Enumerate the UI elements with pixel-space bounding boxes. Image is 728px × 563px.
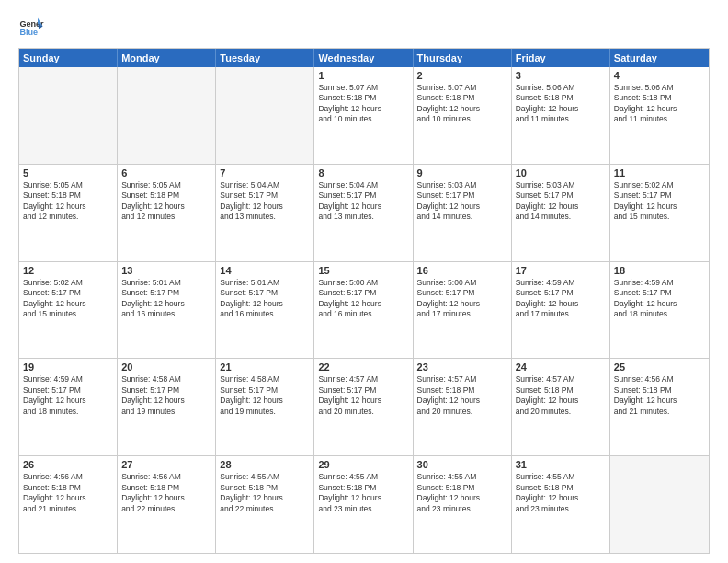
cal-cell: 14Sunrise: 5:01 AM Sunset: 5:17 PM Dayli… [216, 262, 314, 359]
day-number: 21 [220, 362, 310, 373]
day-number: 2 [417, 70, 507, 81]
cell-info: Sunrise: 4:57 AM Sunset: 5:18 PM Dayligh… [516, 374, 606, 417]
cell-info: Sunrise: 4:59 AM Sunset: 5:17 PM Dayligh… [516, 278, 606, 320]
day-number: 17 [516, 265, 606, 276]
header-day-monday: Monday [118, 49, 216, 67]
header-day-friday: Friday [512, 49, 610, 67]
day-number: 11 [614, 167, 705, 178]
cell-info: Sunrise: 4:56 AM Sunset: 5:18 PM Dayligh… [121, 472, 211, 514]
cal-cell: 27Sunrise: 4:56 AM Sunset: 5:18 PM Dayli… [118, 456, 216, 553]
week-row-4: 19Sunrise: 4:59 AM Sunset: 5:17 PM Dayli… [19, 359, 709, 456]
calendar-header: SundayMondayTuesdayWednesdayThursdayFrid… [19, 49, 709, 67]
day-number: 22 [318, 362, 408, 373]
cal-cell: 13Sunrise: 5:01 AM Sunset: 5:17 PM Dayli… [118, 262, 216, 359]
calendar: SundayMondayTuesdayWednesdayThursdayFrid… [18, 48, 710, 554]
cal-cell: 3Sunrise: 5:06 AM Sunset: 5:18 PM Daylig… [512, 67, 610, 164]
cal-cell: 17Sunrise: 4:59 AM Sunset: 5:17 PM Dayli… [512, 262, 610, 359]
cell-info: Sunrise: 5:00 AM Sunset: 5:17 PM Dayligh… [417, 278, 507, 320]
day-number: 28 [220, 459, 310, 470]
cell-info: Sunrise: 4:58 AM Sunset: 5:17 PM Dayligh… [220, 374, 310, 417]
day-number: 4 [614, 70, 705, 81]
svg-text:Blue: Blue [19, 28, 38, 37]
cell-info: Sunrise: 4:59 AM Sunset: 5:17 PM Dayligh… [614, 278, 705, 320]
day-number: 20 [121, 362, 211, 373]
cell-info: Sunrise: 5:06 AM Sunset: 5:18 PM Dayligh… [516, 83, 606, 125]
header-day-wednesday: Wednesday [314, 49, 413, 67]
week-row-2: 5Sunrise: 5:05 AM Sunset: 5:18 PM Daylig… [19, 165, 709, 262]
header-day-tuesday: Tuesday [216, 49, 314, 67]
day-number: 29 [318, 459, 408, 470]
cell-info: Sunrise: 5:03 AM Sunset: 5:17 PM Dayligh… [417, 180, 507, 223]
day-number: 12 [23, 265, 113, 276]
header: General Blue [18, 15, 710, 40]
cell-info: Sunrise: 5:02 AM Sunset: 5:17 PM Dayligh… [23, 278, 113, 320]
cell-info: Sunrise: 5:07 AM Sunset: 5:18 PM Dayligh… [417, 83, 507, 125]
day-number: 27 [121, 459, 211, 470]
header-day-sunday: Sunday [19, 49, 118, 67]
day-number: 8 [318, 167, 408, 178]
cell-info: Sunrise: 4:56 AM Sunset: 5:18 PM Dayligh… [23, 472, 113, 514]
day-number: 30 [417, 459, 507, 470]
logo: General Blue [18, 15, 44, 40]
cell-info: Sunrise: 5:05 AM Sunset: 5:18 PM Dayligh… [23, 180, 113, 223]
day-number: 1 [318, 70, 408, 81]
cell-info: Sunrise: 5:00 AM Sunset: 5:17 PM Dayligh… [318, 278, 408, 320]
day-number: 19 [23, 362, 113, 373]
day-number: 16 [417, 265, 507, 276]
cal-cell: 6Sunrise: 5:05 AM Sunset: 5:18 PM Daylig… [118, 165, 216, 261]
cal-cell: 22Sunrise: 4:57 AM Sunset: 5:17 PM Dayli… [314, 359, 413, 455]
cal-cell [216, 67, 314, 164]
cal-cell: 24Sunrise: 4:57 AM Sunset: 5:18 PM Dayli… [512, 359, 610, 455]
cal-cell: 9Sunrise: 5:03 AM Sunset: 5:17 PM Daylig… [414, 165, 512, 261]
day-number: 13 [121, 265, 211, 276]
day-number: 26 [23, 459, 113, 470]
cell-info: Sunrise: 4:57 AM Sunset: 5:18 PM Dayligh… [417, 374, 507, 417]
cell-info: Sunrise: 5:02 AM Sunset: 5:17 PM Dayligh… [614, 180, 705, 223]
cal-cell: 25Sunrise: 4:56 AM Sunset: 5:18 PM Dayli… [610, 359, 709, 455]
cell-info: Sunrise: 5:07 AM Sunset: 5:18 PM Dayligh… [318, 83, 408, 125]
header-day-thursday: Thursday [414, 49, 512, 67]
cal-cell: 26Sunrise: 4:56 AM Sunset: 5:18 PM Dayli… [19, 456, 118, 553]
cell-info: Sunrise: 4:57 AM Sunset: 5:17 PM Dayligh… [318, 374, 408, 417]
day-number: 3 [516, 70, 606, 81]
cell-info: Sunrise: 5:06 AM Sunset: 5:18 PM Dayligh… [614, 83, 705, 125]
cal-cell: 20Sunrise: 4:58 AM Sunset: 5:17 PM Dayli… [118, 359, 216, 455]
cal-cell [19, 67, 118, 164]
cell-info: Sunrise: 5:03 AM Sunset: 5:17 PM Dayligh… [516, 180, 606, 223]
cal-cell: 12Sunrise: 5:02 AM Sunset: 5:17 PM Dayli… [19, 262, 118, 359]
cell-info: Sunrise: 5:04 AM Sunset: 5:17 PM Dayligh… [318, 180, 408, 223]
cal-cell: 2Sunrise: 5:07 AM Sunset: 5:18 PM Daylig… [414, 67, 512, 164]
cal-cell [118, 67, 216, 164]
day-number: 24 [516, 362, 606, 373]
week-row-1: 1Sunrise: 5:07 AM Sunset: 5:18 PM Daylig… [19, 67, 709, 165]
cal-cell: 31Sunrise: 4:55 AM Sunset: 5:18 PM Dayli… [512, 456, 610, 553]
day-number: 7 [220, 167, 310, 178]
cal-cell: 11Sunrise: 5:02 AM Sunset: 5:17 PM Dayli… [610, 165, 709, 261]
cell-info: Sunrise: 4:55 AM Sunset: 5:18 PM Dayligh… [516, 472, 606, 514]
cal-cell: 28Sunrise: 4:55 AM Sunset: 5:18 PM Dayli… [216, 456, 314, 553]
cell-info: Sunrise: 4:55 AM Sunset: 5:18 PM Dayligh… [220, 472, 310, 514]
day-number: 9 [417, 167, 507, 178]
cal-cell: 5Sunrise: 5:05 AM Sunset: 5:18 PM Daylig… [19, 165, 118, 261]
cal-cell: 19Sunrise: 4:59 AM Sunset: 5:17 PM Dayli… [19, 359, 118, 455]
cell-info: Sunrise: 5:01 AM Sunset: 5:17 PM Dayligh… [121, 278, 211, 320]
cell-info: Sunrise: 5:01 AM Sunset: 5:17 PM Dayligh… [220, 278, 310, 320]
day-number: 25 [614, 362, 705, 373]
cal-cell: 1Sunrise: 5:07 AM Sunset: 5:18 PM Daylig… [314, 67, 413, 164]
day-number: 15 [318, 265, 408, 276]
cell-info: Sunrise: 4:58 AM Sunset: 5:17 PM Dayligh… [121, 374, 211, 417]
day-number: 5 [23, 167, 113, 178]
day-number: 10 [516, 167, 606, 178]
day-number: 14 [220, 265, 310, 276]
day-number: 6 [121, 167, 211, 178]
day-number: 18 [614, 265, 705, 276]
cal-cell: 7Sunrise: 5:04 AM Sunset: 5:17 PM Daylig… [216, 165, 314, 261]
cell-info: Sunrise: 4:56 AM Sunset: 5:18 PM Dayligh… [614, 374, 705, 417]
cal-cell: 4Sunrise: 5:06 AM Sunset: 5:18 PM Daylig… [610, 67, 709, 164]
cal-cell: 29Sunrise: 4:55 AM Sunset: 5:18 PM Dayli… [314, 456, 413, 553]
day-number: 31 [516, 459, 606, 470]
calendar-body: 1Sunrise: 5:07 AM Sunset: 5:18 PM Daylig… [19, 67, 709, 553]
cal-cell: 8Sunrise: 5:04 AM Sunset: 5:17 PM Daylig… [314, 165, 413, 261]
cal-cell: 30Sunrise: 4:55 AM Sunset: 5:18 PM Dayli… [414, 456, 512, 553]
cal-cell: 16Sunrise: 5:00 AM Sunset: 5:17 PM Dayli… [414, 262, 512, 359]
